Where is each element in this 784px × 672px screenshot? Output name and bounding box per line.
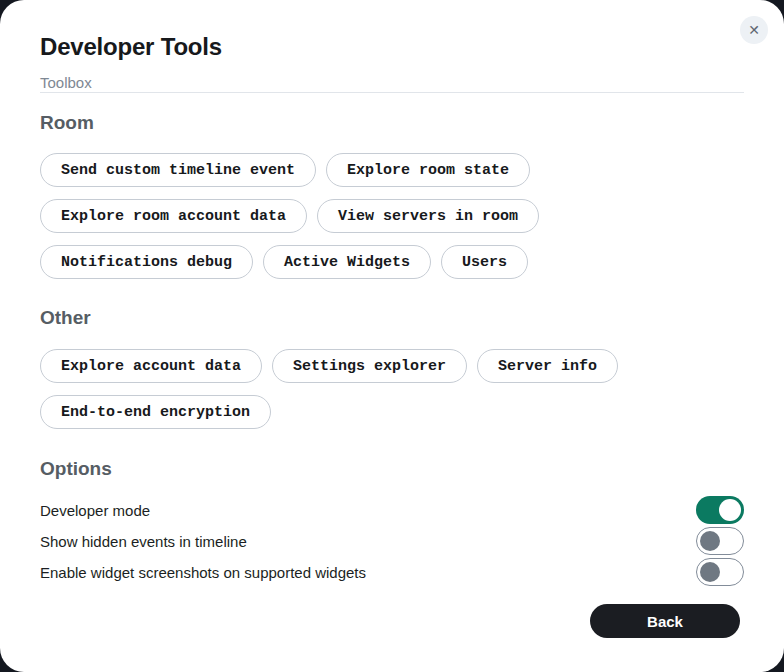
dialog-title: Developer Tools	[40, 35, 744, 59]
options-toggle-list: Developer modeShow hidden events in time…	[40, 496, 744, 586]
tool-button-notifications-debug[interactable]: Notifications debug	[40, 245, 253, 279]
toggle-row-show-hidden-events-in-timeline: Show hidden events in timeline	[40, 527, 744, 555]
toggle-knob	[700, 562, 720, 582]
toggle-row-enable-widget-screenshots-on-supported-widgets: Enable widget screenshots on supported w…	[40, 558, 744, 586]
section-other: Other Explore account dataSettings explo…	[40, 307, 744, 429]
close-icon: ✕	[748, 23, 760, 37]
tool-button-server-info[interactable]: Server info	[477, 349, 618, 383]
tool-button-explore-room-account-data[interactable]: Explore room account data	[40, 199, 307, 233]
toggle-label: Show hidden events in timeline	[40, 533, 247, 550]
toolbox-label: Toolbox	[40, 73, 744, 93]
room-button-group: Send custom timeline eventExplore room s…	[40, 153, 744, 279]
toggle-label: Enable widget screenshots on supported w…	[40, 564, 366, 581]
back-button[interactable]: Back	[590, 604, 740, 638]
close-button[interactable]: ✕	[740, 16, 768, 44]
developer-tools-dialog: ✕ Developer Tools Toolbox Room Send cust…	[0, 0, 784, 672]
tool-button-users[interactable]: Users	[441, 245, 528, 279]
toggle-label: Developer mode	[40, 502, 150, 519]
tool-button-active-widgets[interactable]: Active Widgets	[263, 245, 431, 279]
section-heading-other: Other	[40, 307, 744, 328]
tool-button-settings-explorer[interactable]: Settings explorer	[272, 349, 467, 383]
tool-button-explore-room-state[interactable]: Explore room state	[326, 153, 530, 187]
tool-button-explore-account-data[interactable]: Explore account data	[40, 349, 262, 383]
toggle-row-developer-mode: Developer mode	[40, 496, 744, 524]
toggle-developer-mode[interactable]	[696, 496, 744, 524]
section-room: Room Send custom timeline eventExplore r…	[40, 112, 744, 279]
tool-button-end-to-end-encryption[interactable]: End-to-end encryption	[40, 395, 271, 429]
tool-button-view-servers-in-room[interactable]: View servers in room	[317, 199, 539, 233]
section-options: Options Developer modeShow hidden events…	[40, 458, 744, 586]
section-heading-room: Room	[40, 112, 744, 133]
toggle-knob	[719, 499, 741, 521]
toggle-knob	[700, 531, 720, 551]
section-heading-options: Options	[40, 458, 744, 479]
toggle-enable-widget-screenshots-on-supported-widgets[interactable]	[696, 558, 744, 586]
toggle-show-hidden-events-in-timeline[interactable]	[696, 527, 744, 555]
other-button-group: Explore account dataSettings explorerSer…	[40, 349, 744, 429]
tool-button-send-custom-timeline-event[interactable]: Send custom timeline event	[40, 153, 316, 187]
